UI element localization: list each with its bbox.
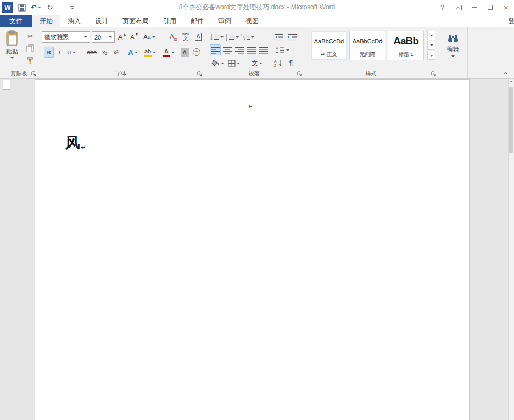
minimize-button[interactable] bbox=[466, 0, 482, 15]
style-heading-1[interactable]: AaBb 标题 1 bbox=[388, 31, 424, 60]
ribbon-display-options-button[interactable] bbox=[450, 0, 466, 15]
chevron-down-icon bbox=[152, 36, 155, 38]
underline-button[interactable]: U bbox=[65, 47, 78, 58]
styles-more-button[interactable] bbox=[427, 51, 435, 60]
caret-up-icon bbox=[430, 35, 433, 36]
scissors-icon: ✂ bbox=[27, 32, 33, 40]
multilevel-list-icon bbox=[241, 33, 250, 41]
character-border-button[interactable]: A bbox=[193, 31, 204, 42]
character-shading-button[interactable]: A bbox=[179, 47, 190, 58]
justify-button[interactable] bbox=[246, 44, 257, 55]
paragraph-group: 1 2 3 bbox=[204, 27, 304, 78]
asian-layout-button[interactable]: 文 bbox=[249, 58, 265, 69]
style-no-spacing[interactable]: AaBbCcDd 无间隔 bbox=[349, 31, 386, 60]
help-button[interactable]: ? bbox=[434, 0, 450, 15]
quick-access-toolbar: W ↶ ↻ bbox=[2, 0, 76, 15]
titlebar: W ↶ ↻ 8个办公必备word文字处理技巧.docx - Microsoft … bbox=[0, 0, 514, 15]
subscript-button[interactable]: x₂ bbox=[100, 47, 110, 58]
font-family-value: 微软雅黑 bbox=[44, 33, 69, 41]
italic-button[interactable]: I bbox=[55, 47, 64, 58]
show-hide-marks-button[interactable]: ¶ bbox=[286, 58, 297, 69]
close-button[interactable]: × bbox=[498, 0, 514, 15]
editing-button[interactable]: 编辑 bbox=[442, 30, 465, 72]
chevron-down-icon bbox=[109, 36, 112, 38]
dialog-launcher-icon bbox=[31, 71, 37, 77]
bullets-button[interactable] bbox=[210, 31, 224, 42]
chevron-down-icon bbox=[10, 57, 14, 59]
tab-references[interactable]: 引用 bbox=[156, 15, 183, 27]
paste-label: 粘贴 bbox=[6, 48, 18, 56]
tab-file[interactable]: 文件 bbox=[0, 15, 32, 27]
customize-quick-access-button[interactable] bbox=[69, 2, 76, 13]
tab-home[interactable]: 开始 bbox=[32, 15, 60, 27]
enclose-characters-button[interactable]: 字 bbox=[191, 47, 202, 58]
font-size-combo[interactable]: 20 bbox=[92, 31, 115, 43]
cut-button[interactable]: ✂ bbox=[24, 31, 36, 41]
line-spacing-button[interactable] bbox=[275, 44, 290, 55]
paste-button[interactable]: 粘贴 bbox=[2, 30, 22, 70]
caret-up-icon bbox=[510, 81, 513, 82]
highlight-color-button[interactable]: ab bbox=[143, 47, 157, 58]
decrease-indent-icon bbox=[275, 33, 284, 41]
tab-mailings[interactable]: 邮件 bbox=[183, 15, 211, 27]
multilevel-list-button[interactable] bbox=[241, 31, 255, 42]
align-left-button[interactable] bbox=[210, 44, 221, 55]
scrollbar-thumb[interactable] bbox=[509, 87, 513, 153]
tab-design[interactable]: 设计 bbox=[88, 15, 115, 27]
collapse-ribbon-button[interactable] bbox=[502, 70, 509, 76]
styles-scroll-up-button[interactable] bbox=[427, 31, 435, 40]
word-app-icon[interactable]: W bbox=[2, 2, 13, 13]
font-color-button[interactable]: A bbox=[161, 47, 176, 58]
paragraph-dialog-launcher[interactable] bbox=[297, 71, 303, 77]
scroll-up-button[interactable] bbox=[510, 81, 513, 82]
increase-indent-button[interactable] bbox=[287, 31, 298, 42]
style-normal[interactable]: AaBbCcDd ↵ 正文 bbox=[311, 31, 347, 60]
tab-review[interactable]: 审阅 bbox=[211, 15, 238, 27]
caret-up-icon bbox=[124, 33, 126, 36]
distribute-button[interactable] bbox=[258, 44, 269, 55]
sign-in-button[interactable]: 登录 bbox=[508, 15, 514, 27]
tab-insert[interactable]: 插入 bbox=[60, 15, 88, 27]
tab-page-layout[interactable]: 页面布局 bbox=[115, 15, 156, 27]
tab-view[interactable]: 视图 bbox=[238, 15, 266, 27]
undo-button[interactable]: ↶ bbox=[31, 2, 41, 13]
align-center-button[interactable] bbox=[222, 44, 233, 55]
decrease-indent-button[interactable] bbox=[273, 31, 284, 42]
chevron-down-icon bbox=[84, 36, 87, 38]
styles-scroll-down-button[interactable] bbox=[427, 41, 435, 50]
font-family-combo[interactable]: 微软雅黑 bbox=[42, 31, 90, 43]
svg-text:A: A bbox=[274, 59, 277, 63]
numbering-button[interactable]: 1 2 3 bbox=[225, 31, 239, 42]
text-effects-button[interactable]: A bbox=[126, 47, 139, 58]
font-dialog-launcher[interactable] bbox=[197, 71, 203, 77]
document-page[interactable] bbox=[35, 79, 470, 420]
font-group: 微软雅黑 20 A A Aa A wén文 A bbox=[38, 27, 204, 78]
strikethrough-button[interactable]: abc bbox=[85, 47, 99, 58]
maximize-icon bbox=[488, 5, 493, 10]
align-right-button[interactable] bbox=[234, 44, 245, 55]
phonetic-guide-button[interactable]: wén文 bbox=[180, 30, 191, 43]
sort-button[interactable]: A Z bbox=[272, 58, 283, 69]
format-painter-button[interactable] bbox=[24, 55, 36, 65]
clipboard-dialog-launcher[interactable] bbox=[31, 71, 37, 77]
maximize-button[interactable] bbox=[482, 0, 498, 15]
paragraph-mark: ↵ bbox=[81, 143, 86, 151]
vertical-scrollbar[interactable] bbox=[508, 79, 514, 420]
chevron-down-icon bbox=[221, 63, 224, 64]
save-button[interactable] bbox=[18, 2, 26, 13]
superscript-button[interactable]: x² bbox=[111, 47, 121, 58]
clear-formatting-button[interactable]: A bbox=[168, 31, 179, 42]
change-case-button[interactable]: Aa bbox=[142, 31, 157, 42]
document-area[interactable]: ↵ 风 ↵ bbox=[0, 79, 514, 420]
document-heading[interactable]: 风 ↵ bbox=[65, 133, 86, 153]
borders-button[interactable] bbox=[226, 58, 242, 69]
ribbon-display-icon bbox=[455, 5, 462, 10]
redo-button[interactable]: ↻ bbox=[46, 2, 54, 13]
shading-button[interactable] bbox=[210, 58, 225, 69]
bold-button[interactable]: B bbox=[44, 47, 54, 58]
font-color-swatch bbox=[163, 55, 170, 57]
shrink-font-button[interactable]: A bbox=[128, 31, 139, 42]
styles-dialog-launcher[interactable] bbox=[431, 71, 437, 77]
grow-font-button[interactable]: A bbox=[116, 31, 127, 42]
copy-button[interactable] bbox=[24, 43, 36, 53]
